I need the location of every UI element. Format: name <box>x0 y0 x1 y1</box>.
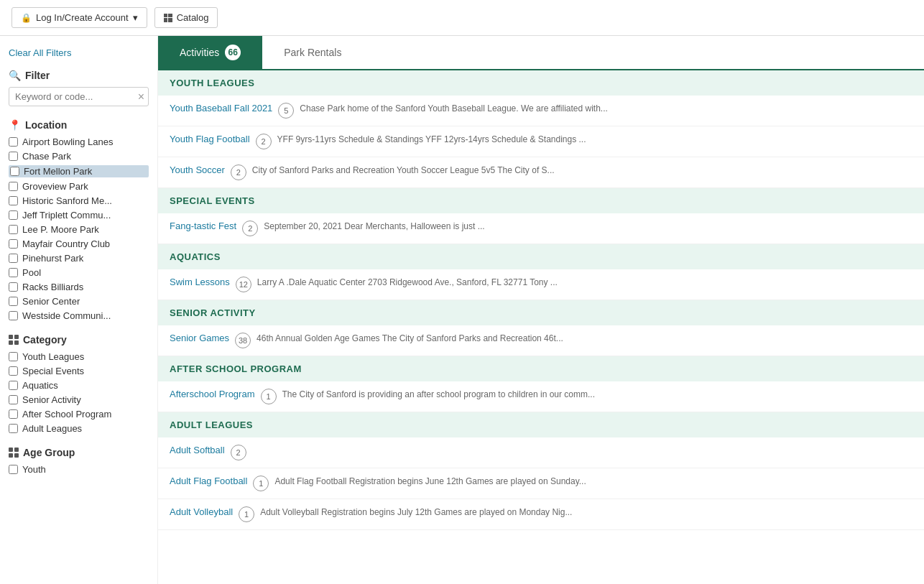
location-item-pool[interactable]: Pool <box>9 267 149 278</box>
lock-icon: 🔒 <box>21 13 32 23</box>
activity-link-fang-tastic-fest[interactable]: Fang-tastic Fest <box>170 221 236 231</box>
location-item-racks-billiards[interactable]: Racks Billiards <box>9 282 149 292</box>
category-icon <box>9 335 19 345</box>
location-checkbox-westside-communi[interactable] <box>9 311 18 320</box>
activity-row-adult-flag-football: Adult Flag Football1Adult Flag Football … <box>158 468 924 499</box>
location-checkbox-airport-bowling-lanes[interactable] <box>9 137 18 147</box>
activity-badge-senior-games: 38 <box>235 333 251 348</box>
location-checkbox-racks-billiards[interactable] <box>9 282 18 292</box>
age-group-item-youth[interactable]: Youth <box>9 464 149 475</box>
tab-park-rentals[interactable]: Park Rentals <box>262 36 363 69</box>
grid-icon <box>164 14 172 22</box>
category-item-senior-activity[interactable]: Senior Activity <box>9 394 149 405</box>
location-label-racks-billiards: Racks Billiards <box>22 282 83 292</box>
location-checkbox-groveview-park[interactable] <box>9 182 18 191</box>
header: 🔒 Log In/Create Account ▾ Catalog <box>0 0 924 36</box>
location-label-groveview-park: Groveview Park <box>22 181 88 192</box>
filter-title: 🔍 Filter <box>9 70 149 81</box>
age-group-section: Age Group Youth <box>9 447 149 475</box>
activity-badge-fang-tastic-fest: 2 <box>242 221 258 236</box>
age-group-checkbox-youth[interactable] <box>9 465 18 474</box>
section-header-aquatics: AQUATICS <box>158 244 924 269</box>
category-title: Category <box>9 334 149 346</box>
category-item-youth-leagues[interactable]: Youth Leagues <box>9 351 149 362</box>
location-label-historic-sanford-me: Historic Sanford Me... <box>22 195 112 206</box>
category-item-after-school-program[interactable]: After School Program <box>9 409 149 420</box>
location-checkbox-senior-center[interactable] <box>9 297 18 306</box>
location-item-chase-park[interactable]: Chase Park <box>9 151 149 162</box>
activity-link-youth-soccer[interactable]: Youth Soccer <box>170 164 225 175</box>
tabs-bar: Activities66Park Rentals <box>158 36 924 70</box>
category-label-adult-leagues: Adult Leagues <box>22 423 82 434</box>
category-label-youth-leagues: Youth Leagues <box>22 351 84 362</box>
keyword-clear-icon[interactable]: × <box>138 91 144 103</box>
category-item-special-events[interactable]: Special Events <box>9 366 149 376</box>
section-header-adult-leagues: ADULT LEAGUES <box>158 412 924 437</box>
location-checkbox-fort-mellon-park[interactable] <box>10 167 19 176</box>
category-checkbox-adult-leagues[interactable] <box>9 424 18 433</box>
section-header-after-school-program: AFTER SCHOOL PROGRAM <box>158 356 924 381</box>
location-item-senior-center[interactable]: Senior Center <box>9 296 149 307</box>
activity-row-youth-flag-football: Youth Flag Football2YFF 9yrs-11yrs Sched… <box>158 126 924 157</box>
tab-badge-activities: 66 <box>225 45 241 60</box>
activity-badge-adult-softball: 2 <box>231 445 246 460</box>
location-label-mayfair-country-club: Mayfair Country Club <box>22 238 110 249</box>
activity-link-adult-softball[interactable]: Adult Softball <box>170 445 225 455</box>
login-button[interactable]: 🔒 Log In/Create Account ▾ <box>11 7 147 28</box>
age-group-label-youth: Youth <box>22 464 46 475</box>
location-checkbox-historic-sanford-me[interactable] <box>9 196 18 205</box>
category-label-senior-activity: Senior Activity <box>22 394 81 405</box>
activity-row-afterschool-program: Afterschool Program1The City of Sanford … <box>158 381 924 412</box>
location-item-fort-mellon-park[interactable]: Fort Mellon Park <box>9 165 149 177</box>
location-checkbox-pinehurst-park[interactable] <box>9 254 18 263</box>
activity-row-adult-volleyball: Adult Volleyball1Adult Volleyball Regist… <box>158 499 924 530</box>
category-checkbox-after-school-program[interactable] <box>9 409 18 419</box>
activity-badge-afterschool-program: 1 <box>261 389 277 404</box>
location-checkbox-lee-p-moore-park[interactable] <box>9 225 18 234</box>
activity-desc-youth-baseball-fall-2021: Chase Park home of the Sanford Youth Bas… <box>300 103 913 115</box>
clear-filters-link[interactable]: Clear All Filters <box>9 47 149 58</box>
sidebar: Clear All Filters 🔍 Filter × 📍 Location … <box>0 36 158 584</box>
location-item-historic-sanford-me[interactable]: Historic Sanford Me... <box>9 195 149 206</box>
activity-row-senior-games: Senior Games3846th Annual Golden Age Gam… <box>158 325 924 356</box>
age-group-title: Age Group <box>9 447 149 458</box>
activity-link-senior-games[interactable]: Senior Games <box>170 333 229 343</box>
location-checkbox-mayfair-country-club[interactable] <box>9 239 18 249</box>
location-item-mayfair-country-club[interactable]: Mayfair Country Club <box>9 238 149 249</box>
activity-link-youth-baseball-fall-2021[interactable]: Youth Baseball Fall 2021 <box>170 103 272 113</box>
category-checkbox-senior-activity[interactable] <box>9 395 18 404</box>
activity-desc-afterschool-program: The City of Sanford is providing an afte… <box>282 389 913 401</box>
keyword-input[interactable] <box>9 87 149 106</box>
tab-label-park-rentals: Park Rentals <box>284 47 341 58</box>
keyword-wrapper: × <box>9 87 149 106</box>
activity-link-adult-volleyball[interactable]: Adult Volleyball <box>170 506 233 517</box>
activity-row-youth-baseball-fall-2021: Youth Baseball Fall 20215Chase Park home… <box>158 96 924 126</box>
activity-link-afterschool-program[interactable]: Afterschool Program <box>170 389 255 399</box>
location-item-jeff-triplett-commu[interactable]: Jeff Triplett Commu... <box>9 210 149 221</box>
location-item-westside-communi[interactable]: Westside Communi... <box>9 310 149 321</box>
location-checkbox-pool[interactable] <box>9 268 18 277</box>
location-checkbox-jeff-triplett-commu[interactable] <box>9 210 18 220</box>
catalog-button[interactable]: Catalog <box>154 7 218 28</box>
category-checkbox-youth-leagues[interactable] <box>9 352 18 361</box>
section-header-senior-activity: SENIOR ACTIVITY <box>158 300 924 325</box>
activity-desc-swim-lessons: Larry A .Dale Aquatic Center 2703 Ridgew… <box>257 277 913 289</box>
location-section: 📍 Location Airport Bowling LanesChase Pa… <box>9 119 149 321</box>
location-icon: 📍 <box>9 119 21 131</box>
location-item-airport-bowling-lanes[interactable]: Airport Bowling Lanes <box>9 136 149 147</box>
activity-link-swim-lessons[interactable]: Swim Lessons <box>170 277 230 287</box>
activity-desc-adult-volleyball: Adult Volleyball Registration begins Jul… <box>260 506 913 519</box>
tab-activities[interactable]: Activities66 <box>158 36 262 69</box>
category-item-aquatics[interactable]: Aquatics <box>9 380 149 391</box>
activity-badge-youth-flag-football: 2 <box>256 134 272 149</box>
category-checkbox-aquatics[interactable] <box>9 381 18 390</box>
location-item-pinehurst-park[interactable]: Pinehurst Park <box>9 253 149 264</box>
category-checkbox-special-events[interactable] <box>9 366 18 376</box>
activity-link-youth-flag-football[interactable]: Youth Flag Football <box>170 134 250 144</box>
category-item-adult-leagues[interactable]: Adult Leagues <box>9 423 149 434</box>
location-checkbox-chase-park[interactable] <box>9 152 18 161</box>
location-item-groveview-park[interactable]: Groveview Park <box>9 181 149 192</box>
activity-desc-adult-flag-football: Adult Flag Football Registration begins … <box>274 476 913 488</box>
location-item-lee-p-moore-park[interactable]: Lee P. Moore Park <box>9 224 149 235</box>
activity-link-adult-flag-football[interactable]: Adult Flag Football <box>170 476 247 486</box>
